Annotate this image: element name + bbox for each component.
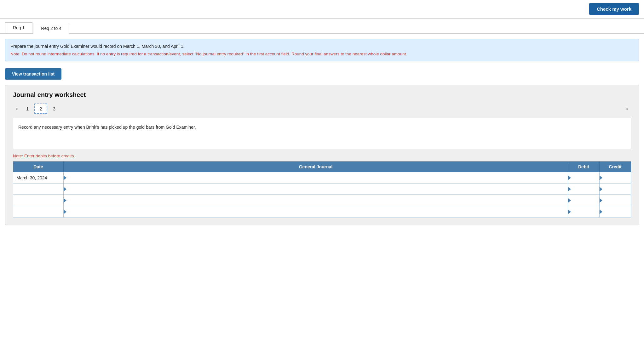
credit-cell-3[interactable] bbox=[600, 195, 631, 206]
debit-cell-1[interactable] bbox=[568, 172, 600, 183]
journal-cell-3[interactable] bbox=[64, 195, 568, 206]
debit-credit-note: Note: Enter debits before credits. bbox=[13, 154, 631, 158]
credit-cell-4[interactable] bbox=[600, 206, 631, 217]
credit-cell-2[interactable] bbox=[600, 183, 631, 195]
debit-cell-4[interactable] bbox=[568, 206, 600, 217]
tab-req2to4[interactable]: Req 2 to 4 bbox=[33, 23, 69, 34]
credit-input-3[interactable] bbox=[600, 195, 631, 206]
journal-input-3[interactable] bbox=[64, 195, 568, 206]
view-transaction-list-button[interactable]: View transaction list bbox=[5, 68, 61, 80]
debit-cell-2[interactable] bbox=[568, 183, 600, 195]
journal-input-4[interactable] bbox=[64, 206, 568, 217]
debit-input-1[interactable] bbox=[568, 172, 599, 183]
credit-input-2[interactable] bbox=[600, 183, 631, 194]
instruction-main-text: Prepare the journal entry Gold Examiner … bbox=[10, 43, 634, 50]
date-cell-4 bbox=[13, 206, 64, 217]
date-cell-2 bbox=[13, 183, 64, 195]
credit-cell-1[interactable] bbox=[600, 172, 631, 183]
tab-req1[interactable]: Req 1 bbox=[5, 22, 32, 33]
page-2[interactable]: 2 bbox=[34, 104, 47, 114]
journal-cell-2[interactable] bbox=[64, 183, 568, 195]
debit-cell-3[interactable] bbox=[568, 195, 600, 206]
col-header-credit: Credit bbox=[600, 162, 631, 172]
prev-page-button[interactable]: ‹ bbox=[13, 104, 21, 113]
col-header-debit: Debit bbox=[568, 162, 600, 172]
next-page-button[interactable]: › bbox=[623, 104, 631, 113]
debit-input-2[interactable] bbox=[568, 183, 599, 194]
table-row bbox=[13, 183, 631, 195]
table-row bbox=[13, 195, 631, 206]
journal-cell-1[interactable] bbox=[64, 172, 568, 183]
debit-input-4[interactable] bbox=[568, 206, 599, 217]
instruction-box: Prepare the journal entry Gold Examiner … bbox=[5, 39, 639, 61]
journal-entry-worksheet: Journal entry worksheet ‹ 1 2 3 › Record… bbox=[5, 85, 639, 225]
journal-input-2[interactable] bbox=[64, 183, 568, 194]
credit-input-4[interactable] bbox=[600, 206, 631, 217]
instruction-note-text: Note: Do not round intermediate calculat… bbox=[10, 51, 634, 57]
check-my-work-button[interactable]: Check my work bbox=[589, 3, 639, 15]
journal-input-1[interactable] bbox=[64, 172, 568, 183]
table-row: March 30, 2024 bbox=[13, 172, 631, 183]
worksheet-title: Journal entry worksheet bbox=[13, 91, 631, 99]
entry-description: Record any necessary entry when Brink's … bbox=[13, 118, 631, 149]
top-bar: Check my work bbox=[0, 0, 644, 18]
credit-input-1[interactable] bbox=[600, 172, 631, 183]
col-header-general-journal: General Journal bbox=[64, 162, 568, 172]
debit-input-3[interactable] bbox=[568, 195, 599, 206]
date-cell-3 bbox=[13, 195, 64, 206]
pagination: ‹ 1 2 3 › bbox=[13, 104, 631, 114]
tabs-bar: Req 1 Req 2 to 4 bbox=[0, 19, 644, 34]
journal-table: Date General Journal Debit Credit March … bbox=[13, 161, 631, 217]
page-1[interactable]: 1 bbox=[22, 104, 33, 113]
page-3[interactable]: 3 bbox=[49, 104, 60, 113]
journal-cell-4[interactable] bbox=[64, 206, 568, 217]
table-row bbox=[13, 206, 631, 217]
col-header-date: Date bbox=[13, 162, 64, 172]
date-cell-1: March 30, 2024 bbox=[13, 172, 64, 183]
